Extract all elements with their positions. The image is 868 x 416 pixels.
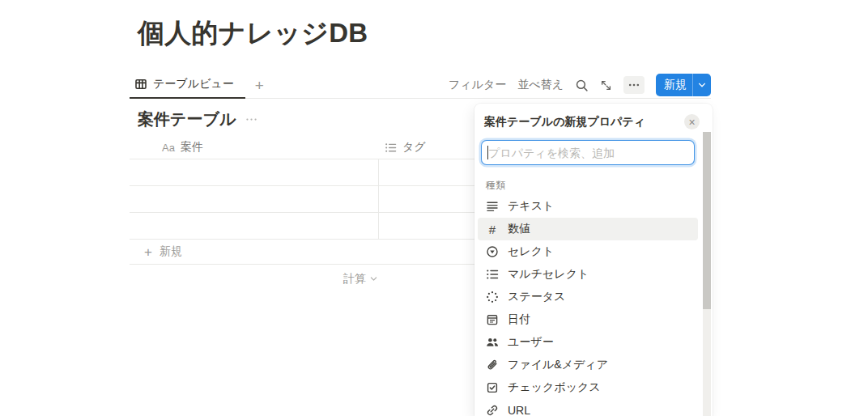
- property-type-date[interactable]: 日付: [478, 308, 698, 331]
- text-caret: [487, 146, 488, 159]
- more-options-button[interactable]: [623, 76, 645, 94]
- select-icon: [486, 245, 499, 258]
- new-record-dropdown[interactable]: [692, 74, 711, 96]
- property-type-checkbox[interactable]: チェックボックス: [478, 376, 698, 399]
- notion-page: 個人的ナレッジDB テーブルビュー + フィルター 並べ替え: [0, 0, 868, 416]
- tab-table-view[interactable]: テーブルビュー: [130, 72, 245, 99]
- database-table: Aa 案件 タグ + 新規 計算: [130, 136, 476, 289]
- property-type-label: マルチセレクト: [508, 267, 589, 282]
- user-icon: [486, 336, 499, 349]
- property-type-label: 数値: [508, 222, 530, 236]
- list-icon: [385, 142, 397, 154]
- checkbox-icon: [486, 381, 499, 394]
- table-row[interactable]: [130, 186, 476, 213]
- add-row-button[interactable]: + 新規: [130, 240, 476, 265]
- property-type-select[interactable]: セレクト: [478, 240, 698, 263]
- add-row-label: 新規: [160, 244, 182, 259]
- panel-title: 案件テーブルの新規プロパティ: [484, 115, 645, 129]
- property-type-files[interactable]: ファイル&メディア: [478, 354, 698, 376]
- column-label: 案件: [181, 140, 203, 155]
- property-type-list: テキスト # 数値 セレクト マルチセレクト: [474, 195, 713, 416]
- property-type-number[interactable]: # 数値: [478, 218, 698, 240]
- sort-button[interactable]: 並べ替え: [517, 78, 564, 92]
- property-search: [481, 140, 695, 165]
- calculate-label: 計算: [343, 272, 366, 287]
- type-section-label: 種類: [486, 179, 701, 190]
- close-icon[interactable]: ×: [684, 114, 700, 129]
- view-tabbar: テーブルビュー + フィルター 並べ替え: [130, 72, 711, 99]
- paperclip-icon: [486, 359, 499, 371]
- multi-select-icon: [486, 268, 499, 281]
- property-type-label: ユーザー: [508, 335, 554, 350]
- chevron-down-icon: [369, 274, 378, 283]
- text-icon: [486, 200, 499, 213]
- property-type-multiselect[interactable]: マルチセレクト: [478, 263, 698, 286]
- table-header-row: Aa 案件 タグ: [130, 136, 476, 159]
- plus-icon: +: [144, 245, 152, 259]
- expand-icon[interactable]: [600, 79, 612, 91]
- new-property-panel: 案件テーブルの新規プロパティ × 種類 テキスト # 数値: [474, 104, 713, 416]
- property-type-text[interactable]: テキスト: [478, 195, 698, 218]
- property-type-url[interactable]: URL: [478, 399, 698, 416]
- number-icon: #: [486, 223, 499, 236]
- page-title: 個人的ナレッジDB: [138, 15, 368, 52]
- new-record-button[interactable]: 新規: [656, 74, 711, 96]
- property-type-label: ファイル&メディア: [508, 358, 608, 372]
- property-search-input[interactable]: [481, 140, 695, 165]
- table-row[interactable]: [130, 159, 476, 186]
- chevron-down-icon: [697, 80, 707, 90]
- property-type-label: ステータス: [508, 290, 565, 304]
- filter-button[interactable]: フィルター: [449, 78, 506, 92]
- database-options-icon[interactable]: [245, 113, 257, 125]
- column-label: タグ: [402, 140, 426, 155]
- db-toolbar: フィルター 並べ替え 新規: [449, 74, 711, 96]
- ellipsis-icon: [628, 79, 640, 91]
- panel-scrollbar-thumb[interactable]: [703, 132, 711, 309]
- status-icon: [486, 291, 499, 304]
- title-property-icon: Aa: [162, 142, 175, 154]
- add-view-button[interactable]: +: [255, 78, 264, 93]
- calculate-button[interactable]: 計算: [130, 265, 378, 289]
- new-record-label: 新規: [656, 74, 692, 96]
- panel-scrollbar-track[interactable]: [703, 132, 711, 416]
- search-icon[interactable]: [575, 79, 589, 92]
- property-type-label: チェックボックス: [508, 380, 601, 395]
- tab-label: テーブルビュー: [153, 77, 234, 91]
- property-type-label: テキスト: [508, 199, 554, 214]
- property-type-label: URL: [508, 404, 530, 416]
- table-view-icon: [134, 78, 147, 91]
- property-type-person[interactable]: ユーザー: [478, 331, 698, 354]
- database-title-row: 案件テーブル: [138, 108, 257, 130]
- panel-header: 案件テーブルの新規プロパティ ×: [474, 104, 713, 135]
- property-type-status[interactable]: ステータス: [478, 286, 698, 308]
- link-icon: [486, 404, 499, 416]
- column-divider: [378, 159, 379, 240]
- table-row[interactable]: [130, 213, 476, 240]
- column-header-tag[interactable]: タグ: [378, 140, 426, 155]
- property-type-label: セレクト: [508, 244, 554, 259]
- column-header-title[interactable]: Aa 案件: [130, 140, 378, 155]
- property-type-label: 日付: [508, 312, 530, 327]
- date-icon: [486, 313, 499, 326]
- database-title[interactable]: 案件テーブル: [138, 108, 236, 130]
